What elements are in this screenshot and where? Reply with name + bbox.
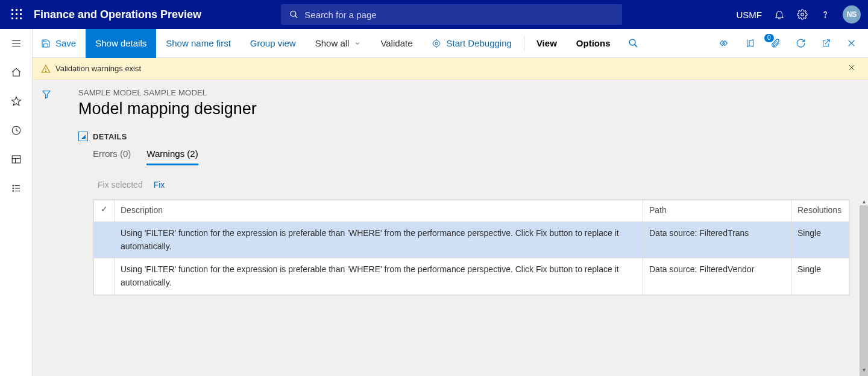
close-page-icon[interactable] [843,29,860,58]
search-container [281,4,622,25]
svg-rect-7 [16,18,17,19]
recent-icon[interactable] [0,116,33,145]
details-fasttab-header[interactable]: ◢ DETAILS [78,132,850,141]
action-separator [524,36,524,51]
home-icon[interactable] [0,58,33,87]
help-icon[interactable] [820,0,831,29]
show-name-first-label: Show name first [166,38,231,48]
svg-point-28 [433,40,440,46]
action-search-icon[interactable] [624,29,641,58]
app-launcher-icon[interactable] [5,0,29,29]
svg-rect-6 [11,18,13,19]
validate-label: Validate [380,38,412,48]
show-all-label: Show all [315,38,350,48]
svg-rect-1 [16,9,17,11]
popout-icon[interactable] [817,29,834,58]
search-icon [289,10,298,19]
fix-selected-button: Fix selected [98,180,143,190]
settings-icon[interactable] [797,0,808,29]
checkmark-icon: ✓ [101,204,108,214]
svg-line-10 [295,16,298,18]
svg-rect-2 [20,9,22,11]
user-avatar[interactable]: NS [843,5,861,24]
warning-triangle-icon [41,64,51,74]
table-row[interactable]: Using 'FILTER' function for the expressi… [94,258,849,295]
svg-rect-4 [16,13,17,15]
start-debugging-button[interactable]: Start Debugging [422,29,521,58]
svg-marker-16 [11,97,20,106]
select-all-column[interactable]: ✓ [94,200,115,222]
show-details-label: Show details [95,38,146,48]
column-description[interactable]: Description [115,200,643,222]
show-name-first-button[interactable]: Show name first [156,29,241,58]
attachments-icon[interactable]: 0 [767,29,784,58]
svg-rect-5 [20,13,22,15]
filter-icon[interactable] [37,84,56,104]
breadcrumb: SAMPLE MODEL SAMPLE MODEL [78,88,850,97]
workspaces-icon[interactable] [0,145,33,174]
modules-icon[interactable] [0,174,33,203]
page-title: Model mapping designer [78,100,850,118]
filter-rail [33,80,60,376]
scroll-up-arrow[interactable]: ▴ [860,197,868,205]
notifications-icon[interactable] [774,0,785,29]
search-box[interactable] [281,4,622,25]
svg-point-12 [825,17,825,18]
cell-resolutions: Single [791,258,849,295]
svg-point-39 [45,71,46,71]
tab-warnings[interactable]: Warnings (2) [146,148,198,165]
attachments-badge: 0 [764,34,774,42]
save-button[interactable]: Save [33,29,86,58]
search-input[interactable] [304,10,614,20]
svg-point-9 [291,11,296,16]
warning-message: Validation warnings exist [55,64,141,73]
validate-button[interactable]: Validate [371,29,422,58]
options-label: Options [576,38,611,48]
svg-point-11 [801,13,804,16]
cell-path: Data source: FilteredTrans [643,222,791,258]
scroll-down-arrow[interactable]: ▾ [860,365,868,374]
cell-path: Data source: FilteredVendor [643,258,791,295]
main-column: Save Show details Show name first Group … [33,29,868,376]
save-label: Save [55,38,76,48]
group-view-label: Group view [250,38,296,48]
warning-close-icon[interactable] [844,60,860,77]
debug-icon [432,39,441,48]
group-view-button[interactable]: Group view [241,29,306,58]
action-pane: Save Show details Show name first Group … [33,29,868,58]
company-label[interactable]: USMF [737,10,763,20]
table-row[interactable]: Using 'FILTER' function for the expressi… [94,222,849,258]
cell-description: Using 'FILTER' function for the expressi… [115,222,643,258]
column-path[interactable]: Path [643,200,791,222]
favorites-icon[interactable] [0,87,33,116]
body-row: Save Show details Show name first Group … [0,29,868,376]
app-title: Finance and Operations Preview [34,8,201,21]
topbar-right-group: USMF NS [737,0,864,29]
start-debugging-label: Start Debugging [446,38,511,48]
svg-point-31 [629,39,635,45]
view-button[interactable]: View [527,29,567,58]
column-resolutions[interactable]: Resolutions [791,200,849,222]
diamond-icon[interactable] [716,29,733,58]
collapse-toggle-icon[interactable]: ◢ [78,132,88,141]
svg-point-27 [435,42,438,45]
show-all-dropdown[interactable]: Show all [306,29,371,58]
action-pane-right-group: 0 [716,29,868,58]
details-tabs: Errors (0) Warnings (2) [93,148,850,165]
hamburger-icon[interactable] [0,29,33,58]
refresh-icon[interactable] [792,29,809,58]
validation-warning-strip: Validation warnings exist [33,58,868,80]
row-select-cell[interactable] [94,222,115,258]
row-select-cell[interactable] [94,258,115,295]
view-label: View [536,38,557,48]
warnings-grid: ✓ Description Path Resolutions Using 'FI… [93,199,850,296]
svg-rect-8 [20,18,22,19]
svg-line-32 [635,45,637,47]
options-button[interactable]: Options [567,29,620,58]
scrollbar-thumb[interactable] [860,205,868,376]
show-details-button[interactable]: Show details [86,29,156,58]
tab-errors[interactable]: Errors (0) [93,148,131,165]
fix-button[interactable]: Fix [154,180,165,190]
office-icon[interactable] [741,29,758,58]
svg-point-23 [13,188,14,189]
